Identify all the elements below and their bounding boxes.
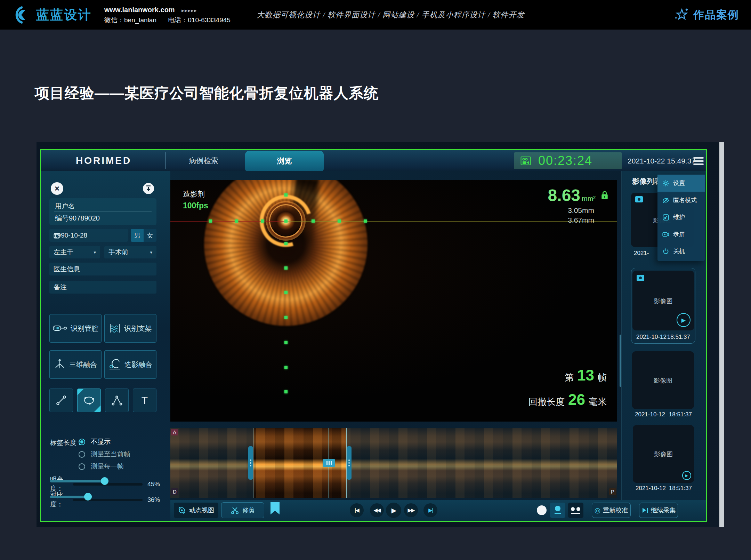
marker-point[interactable] — [312, 219, 315, 223]
timeline-dim-right — [347, 428, 617, 498]
eye-off-icon — [662, 197, 669, 204]
line-tool-icon — [55, 394, 67, 406]
photo-edge — [719, 142, 724, 527]
marker-point[interactable] — [261, 219, 264, 223]
dynamic-view-button[interactable]: 动态视图 — [174, 503, 218, 518]
portfolio-label: 作品案例 — [693, 8, 739, 22]
menu-item-shutdown[interactable]: 关机 — [657, 243, 705, 260]
fast-forward-button[interactable]: ▶▶ — [404, 503, 418, 517]
brightness-knob[interactable] — [101, 477, 108, 485]
username-label: 用户名 — [55, 202, 75, 211]
star-icon — [675, 8, 689, 22]
angio-fusion-button[interactable]: 造影融合 — [104, 350, 156, 379]
image-card[interactable]: 影像图 — [632, 351, 694, 409]
contrast-knob[interactable] — [84, 493, 92, 501]
play-icon[interactable]: ▶ — [682, 471, 691, 480]
marker-point[interactable] — [284, 316, 288, 319]
menu-item-maintenance[interactable]: 维护 — [657, 209, 705, 226]
birth-date-field[interactable]: 1990-10-28 — [49, 229, 128, 242]
recalibrate-button[interactable]: ◎ 重新校准 — [592, 503, 631, 518]
lasso-tool-icon — [83, 394, 95, 406]
radio-hide[interactable]: 不显示 — [79, 437, 111, 446]
skip-start-button[interactable]: |◀ — [350, 503, 364, 517]
export-icon[interactable] — [143, 183, 154, 194]
doctor-info-input[interactable]: 医生信息 — [49, 263, 156, 275]
patient-card[interactable]: 用户名 编号90789020 — [49, 198, 156, 225]
stent-icon — [109, 323, 121, 333]
detect-stent-button[interactable]: 识别支架 — [104, 314, 156, 343]
trim-button[interactable]: 修剪 — [221, 502, 264, 518]
marker-p-label: P — [609, 488, 616, 495]
portfolio-link[interactable]: 作品案例 — [675, 8, 739, 22]
marker-point[interactable] — [284, 219, 288, 223]
rewind-button[interactable]: ◀◀ — [370, 503, 384, 517]
panel-scrollbar[interactable] — [620, 335, 621, 387]
stage-dropdown[interactable]: 手术前 ▾ — [104, 246, 156, 258]
text-tool[interactable]: T — [133, 389, 156, 412]
continue-acquire-button[interactable]: 继续采集 — [639, 503, 678, 518]
tab-case-search[interactable]: 病例检索 — [180, 156, 227, 166]
radio-measure-to-current[interactable]: 测量至当前帧 — [79, 450, 130, 459]
site-url: www.lanlanwork.com — [104, 6, 175, 14]
power-icon — [662, 248, 669, 255]
gender-male-selected[interactable]: 男 — [131, 229, 144, 242]
tab-browse-active[interactable]: 浏览 — [245, 151, 324, 171]
marker-point[interactable] — [209, 219, 212, 223]
tripod-3d-icon — [54, 359, 66, 370]
lock-icon[interactable] — [600, 191, 609, 200]
angle-tool[interactable] — [105, 389, 129, 412]
arrows-decoration: ▸▸▸▸▸ — [181, 8, 197, 13]
lanlan-logo[interactable]: 蓝蓝设计 — [13, 6, 92, 24]
trim-handle-right[interactable] — [347, 446, 352, 480]
marker-point[interactable] — [284, 366, 288, 369]
marker-point[interactable] — [284, 291, 288, 294]
oct-viewer[interactable]: 造影剂 100fps 8.63 mm² 3.05mm 3.67mm 第 — [170, 180, 617, 422]
contrast-track[interactable] — [73, 499, 143, 501]
brightness-track[interactable] — [73, 483, 143, 486]
vessel-dropdown[interactable]: 左主干 ▾ — [49, 246, 100, 258]
playhead-handle[interactable] — [323, 459, 335, 467]
radio-measure-every[interactable]: 测量每一帧 — [79, 462, 124, 471]
camera-badge-icon — [637, 275, 644, 281]
marker-point[interactable] — [284, 266, 288, 270]
marker-point[interactable] — [284, 341, 288, 344]
marker-point[interactable] — [284, 193, 288, 197]
close-icon[interactable]: × — [51, 182, 63, 195]
marker-point[interactable] — [284, 390, 288, 393]
hamburger-menu-icon[interactable] — [693, 157, 704, 165]
contact-block: www.lanlanwork.com ▸▸▸▸▸ 微信：ben_lanlan 电… — [104, 5, 231, 25]
fusion-3d-button[interactable]: 三维融合 — [49, 350, 102, 379]
gender-female[interactable]: 女 — [144, 229, 156, 242]
image-list-title: 影像列表 — [632, 176, 661, 186]
measure-line-tool[interactable] — [49, 389, 73, 412]
contrast-label: 对比度： — [50, 491, 72, 509]
menu-item-screen-record[interactable]: 录屏 — [657, 226, 705, 243]
bookmark-icon[interactable] — [270, 502, 280, 514]
play-icon[interactable]: ▶ — [677, 313, 691, 327]
marker-point[interactable] — [338, 219, 341, 223]
pullback-value: 26 — [568, 391, 585, 408]
dynamic-view-icon — [178, 506, 186, 514]
play-button[interactable]: ▶ — [386, 503, 401, 518]
view-mode-double-button[interactable] — [568, 503, 583, 518]
app-logo: HORIMED — [76, 155, 131, 166]
menu-item-anonymous-mode[interactable]: 匿名模式 — [657, 192, 705, 209]
trim-handle-left[interactable] — [248, 446, 253, 480]
marker-point[interactable] — [364, 219, 367, 223]
brightness-value: 45% — [147, 481, 160, 488]
image-card-selected[interactable]: 影像图 ▶ 2021-10-12 18:51:37 — [631, 268, 695, 344]
pullback-timeline[interactable]: A D P — [170, 428, 617, 498]
marker-point[interactable] — [284, 242, 288, 245]
lumen-area-value: 8.63 — [548, 186, 580, 205]
image-card[interactable]: 影像图 ▶ — [633, 425, 694, 483]
detect-lumen-button[interactable]: 识别管腔 — [49, 314, 102, 343]
timeline-dim-left — [170, 428, 253, 498]
view-mode-single-selected[interactable] — [550, 503, 565, 518]
skip-end-button[interactable]: ▶| — [423, 503, 437, 517]
topbar-divider — [165, 152, 166, 169]
view-mode-dot-button[interactable] — [537, 505, 547, 515]
lasso-area-tool-selected[interactable] — [77, 389, 101, 412]
menu-item-settings[interactable]: 设置 — [657, 175, 705, 192]
note-input[interactable]: 备注 — [49, 281, 156, 294]
marker-point[interactable] — [235, 219, 238, 223]
